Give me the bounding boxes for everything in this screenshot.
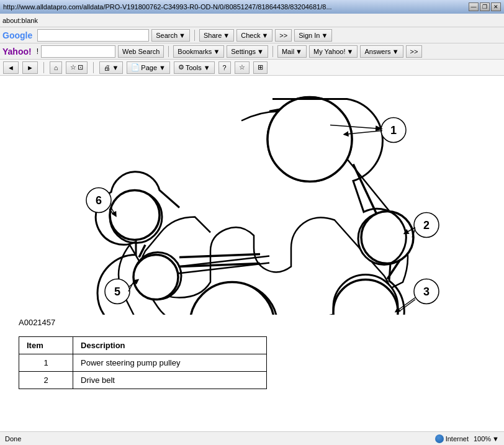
separator bbox=[194, 30, 195, 41]
home-button[interactable]: ⌂ bbox=[50, 61, 63, 74]
yahoo-search-input[interactable] bbox=[41, 45, 115, 58]
rss-icon: ☆ bbox=[70, 63, 76, 71]
nav-bar: ◄ ► ⌂ ☆ ⊡ 🖨 ▼ 📄 Page ▼ ⚙ Tools ▼ ? ☆ ⊞ bbox=[0, 60, 504, 76]
share-button[interactable]: Share ▼ bbox=[199, 29, 234, 42]
page-icon: 📄 bbox=[131, 63, 140, 71]
my-yahoo-button[interactable]: My Yahoo! ▼ bbox=[309, 45, 358, 58]
help-button[interactable]: ? bbox=[218, 61, 231, 74]
table-header-description: Description bbox=[73, 337, 267, 354]
restore-button[interactable]: ❐ bbox=[480, 2, 490, 11]
back-icon: ◄ bbox=[7, 64, 14, 71]
table-cell-description: Drive belt bbox=[73, 372, 267, 389]
image-code: A0021457 bbox=[19, 318, 492, 327]
table-cell-item: 2 bbox=[19, 372, 73, 389]
web-search-button[interactable]: Web Search bbox=[118, 45, 164, 58]
table-row: 1Power steering pump pulley bbox=[19, 354, 267, 372]
separator2 bbox=[168, 46, 169, 57]
label-2-text: 2 bbox=[423, 219, 429, 231]
table-cell-description: Power steering pump pulley bbox=[73, 354, 267, 372]
print-button[interactable]: 🖨 ▼ bbox=[99, 61, 123, 74]
yahoo-toolbar: Yahoo! ! Web Search Bookmarks ▼ Settings… bbox=[0, 43, 504, 60]
belt-diagram-container: 1 2 3 4 5 6 bbox=[49, 82, 452, 315]
nav-separator bbox=[43, 62, 44, 73]
google-logo: Google bbox=[2, 30, 32, 40]
label-3-text: 3 bbox=[423, 285, 429, 298]
window-controls: — ❐ ✕ bbox=[469, 2, 501, 11]
misc-tools-button[interactable]: ⊞ bbox=[253, 61, 268, 74]
signin-button[interactable]: Sign In ▼ bbox=[294, 29, 332, 42]
close-button[interactable]: ✕ bbox=[491, 2, 501, 11]
google-search-input[interactable] bbox=[37, 29, 149, 42]
check-button[interactable]: Check ▼ bbox=[236, 29, 272, 42]
belt-diagram-svg: 1 2 3 4 5 6 bbox=[49, 82, 452, 315]
minimize-button[interactable]: — bbox=[469, 2, 479, 11]
forward-button[interactable]: ► bbox=[22, 61, 38, 74]
label-5-text: 5 bbox=[114, 285, 120, 298]
window-title: http://www.alldatapro.com/alldata/PRO-V1… bbox=[3, 3, 469, 11]
more-tools-button[interactable]: >> bbox=[275, 29, 292, 42]
yahoo-more-button[interactable]: >> bbox=[406, 45, 423, 58]
answers-button[interactable]: Answers ▼ bbox=[360, 45, 403, 58]
misc-icon: ⊞ bbox=[258, 63, 263, 71]
tools-icon: ⚙ bbox=[178, 63, 184, 71]
bookmark-star-button[interactable]: ☆ bbox=[235, 61, 250, 74]
svg-point-4 bbox=[133, 255, 178, 300]
tab-label: about:blank bbox=[2, 17, 38, 24]
google-toolbar: Google Search ▼ Share ▼ Check ▼ >> Sign … bbox=[0, 27, 504, 43]
svg-point-0 bbox=[268, 97, 352, 182]
google-search-button[interactable]: Search ▼ bbox=[151, 29, 190, 42]
print-icon: 🖨 bbox=[104, 64, 110, 71]
svg-point-3 bbox=[190, 282, 274, 315]
separator3 bbox=[272, 46, 273, 57]
label-3-arrow bbox=[398, 300, 415, 312]
star-icon: ☆ bbox=[239, 63, 245, 71]
tab-bar: about:blank bbox=[0, 14, 504, 27]
content-area: 1 2 3 4 5 6 bbox=[0, 76, 504, 434]
table-header-item: Item bbox=[19, 337, 73, 354]
home-icon: ⌂ bbox=[54, 64, 58, 71]
title-bar: http://www.alldatapro.com/alldata/PRO-V1… bbox=[0, 0, 504, 14]
mail-button[interactable]: Mail ▼ bbox=[277, 45, 307, 58]
table-cell-item: 1 bbox=[19, 354, 73, 372]
parts-table: Item Description 1Power steering pump pu… bbox=[19, 336, 267, 389]
nav-separator2 bbox=[93, 62, 94, 73]
svg-point-5 bbox=[110, 191, 160, 240]
rss-button[interactable]: ☆ ⊡ bbox=[66, 61, 88, 74]
label-6-text: 6 bbox=[95, 194, 101, 207]
tools-button[interactable]: ⚙ Tools ▼ bbox=[174, 61, 215, 74]
yahoo-logo: Yahoo! bbox=[2, 47, 32, 56]
settings-button[interactable]: Settings ▼ bbox=[227, 45, 268, 58]
bookmarks-button[interactable]: Bookmarks ▼ bbox=[173, 45, 224, 58]
forward-icon: ► bbox=[27, 64, 34, 71]
table-row: 2Drive belt bbox=[19, 372, 267, 389]
label-1-text: 1 bbox=[390, 124, 396, 137]
table-header-row: Item Description bbox=[19, 337, 267, 354]
rss-feed-icon: ⊡ bbox=[78, 63, 83, 71]
help-icon: ? bbox=[223, 64, 227, 71]
status-bar: Done Internet 100% ▼ bbox=[0, 431, 504, 434]
page-button[interactable]: 📄 Page ▼ bbox=[127, 61, 170, 74]
back-button[interactable]: ◄ bbox=[3, 61, 19, 74]
